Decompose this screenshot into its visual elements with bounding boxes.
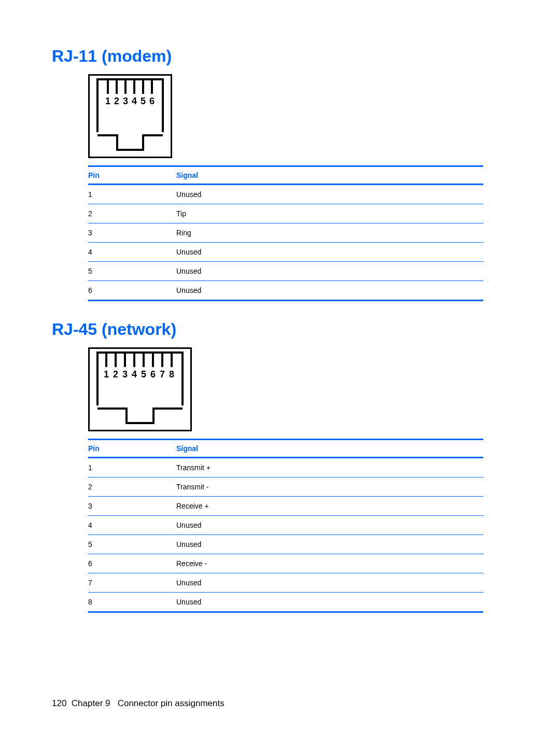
- svg-rect-13: [97, 353, 183, 409]
- table-header-signal: Signal: [176, 166, 483, 185]
- page-number: 120: [52, 698, 66, 708]
- table-header-pin: Pin: [88, 440, 176, 458]
- pin-label: 5: [141, 96, 146, 106]
- cell-signal: Transmit +: [176, 458, 483, 477]
- pin-label: 8: [169, 369, 174, 379]
- cell-pin: 3: [88, 497, 176, 516]
- rj11-pin-table: Pin Signal 1Unused 2Tip 3Ring 4Unused 5U…: [88, 165, 483, 301]
- cell-pin: 1: [88, 458, 176, 477]
- pin-label: 6: [150, 369, 156, 379]
- rj11-connector-icon: 1 2 3 4 5 6: [88, 74, 172, 158]
- pin-label: 1: [104, 369, 109, 379]
- rj45-connector-figure: 1 2 3 4 5 6 7 8: [88, 347, 508, 431]
- table-row: 4Unused: [88, 243, 483, 262]
- pin-label: 2: [114, 96, 119, 106]
- cell-pin: 4: [88, 516, 176, 535]
- cell-signal: Unused: [176, 593, 483, 612]
- table-row: 2Transmit -: [88, 477, 483, 497]
- cell-signal: Receive -: [176, 554, 483, 573]
- cell-pin: 2: [88, 477, 176, 497]
- cell-signal: Unused: [176, 262, 483, 281]
- table-row: 8Unused: [88, 593, 483, 612]
- table-row: 3Ring: [88, 223, 483, 243]
- pin-label: 3: [123, 96, 128, 106]
- section-heading-rj45: RJ-45 (network): [52, 320, 508, 339]
- table-row: 4Unused: [88, 516, 483, 535]
- cell-pin: 3: [88, 223, 176, 243]
- table-row: 1Transmit +: [88, 458, 483, 477]
- cell-pin: 5: [88, 535, 176, 554]
- table-row: 3Receive +: [88, 497, 483, 516]
- cell-signal: Unused: [176, 281, 483, 301]
- pin-label: 2: [113, 369, 118, 379]
- cell-pin: 5: [88, 262, 176, 281]
- table-row: 7Unused: [88, 573, 483, 593]
- document-page: RJ-11 (modem) 1 2 3: [0, 0, 560, 745]
- pin-label: 3: [122, 369, 128, 379]
- cell-pin: 4: [88, 243, 176, 262]
- cell-signal: Unused: [176, 573, 483, 593]
- rj45-pin-table: Pin Signal 1Transmit + 2Transmit - 3Rece…: [88, 439, 483, 613]
- cell-signal: Ring: [176, 223, 483, 243]
- pin-label: 5: [141, 369, 146, 379]
- cell-pin: 6: [88, 281, 176, 301]
- table-row: 2Tip: [88, 204, 483, 223]
- cell-signal: Unused: [176, 185, 483, 204]
- pin-label: 4: [132, 96, 137, 106]
- cell-pin: 1: [88, 185, 176, 204]
- cell-signal: Unused: [176, 243, 483, 262]
- cell-pin: 6: [88, 554, 176, 573]
- page-footer: 120 Chapter 9 Connector pin assignments: [52, 698, 225, 709]
- pin-label: 7: [160, 369, 165, 379]
- table-header-pin: Pin: [88, 166, 176, 185]
- cell-signal: Receive +: [176, 497, 483, 516]
- cell-signal: Transmit -: [176, 477, 483, 497]
- cell-pin: 7: [88, 573, 176, 593]
- table-row: 1Unused: [88, 185, 483, 204]
- rj11-connector-figure: 1 2 3 4 5 6: [88, 74, 508, 158]
- section-heading-rj11: RJ-11 (modem): [52, 47, 508, 66]
- table-row: 5Unused: [88, 262, 483, 281]
- chapter-title: Connector pin assignments: [118, 698, 225, 708]
- table-row: 6Receive -: [88, 554, 483, 573]
- table-row: 6Unused: [88, 281, 483, 301]
- table-header-signal: Signal: [176, 440, 483, 458]
- pin-label: 6: [149, 96, 155, 106]
- cell-signal: Tip: [176, 204, 483, 223]
- cell-signal: Unused: [176, 516, 483, 535]
- pin-label: 1: [105, 96, 110, 106]
- cell-pin: 2: [88, 204, 176, 223]
- table-row: 5Unused: [88, 535, 483, 554]
- cell-signal: Unused: [176, 535, 483, 554]
- chapter-label: Chapter 9: [72, 698, 110, 708]
- rj45-connector-icon: 1 2 3 4 5 6 7 8: [88, 347, 192, 431]
- cell-pin: 8: [88, 593, 176, 612]
- pin-label: 4: [132, 369, 137, 379]
